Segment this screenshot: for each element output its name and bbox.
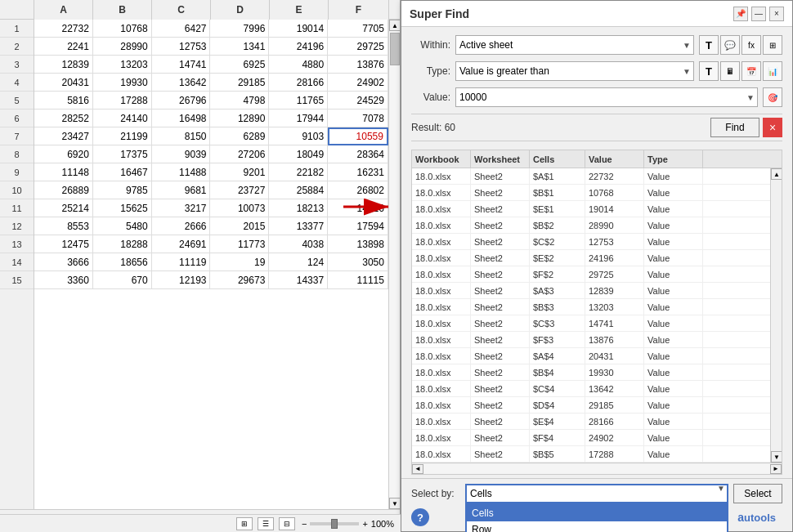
cell-6-1[interactable]: 28252 [34,110,93,127]
cell-13-6[interactable]: 13898 [328,235,388,253]
status-icon-grid[interactable]: ⊞ [236,517,253,530]
cell-9-3[interactable]: 11488 [152,163,211,181]
formula-icon[interactable]: fx [741,35,761,55]
cell-14-1[interactable]: 3666 [34,253,93,271]
cell-12-4[interactable]: 2015 [210,217,269,235]
cell-4-4[interactable]: 29185 [210,74,269,92]
cell-2-1[interactable]: 2241 [34,38,93,56]
cell-6-6[interactable]: 7078 [328,110,388,127]
value-select[interactable]: 10000 [455,87,758,107]
cell-5-3[interactable]: 26796 [152,92,211,110]
cell-8-2[interactable]: 17375 [93,145,152,163]
cell-6-5[interactable]: 17944 [269,110,328,127]
cell-7-2[interactable]: 21199 [93,127,152,145]
cell-9-1[interactable]: 11148 [34,163,93,181]
cell-3-6[interactable]: 13876 [328,56,388,74]
result-row-3[interactable]: 18.0.xlsxSheet2$B$228990Value [412,217,770,234]
cell-1-1[interactable]: 22732 [34,20,93,38]
cell-1-3[interactable]: 6427 [152,20,211,38]
result-row-11[interactable]: 18.0.xlsxSheet2$A$420431Value [412,348,770,364]
cell-6-4[interactable]: 12890 [210,110,269,127]
cell-12-1[interactable]: 8553 [34,217,93,235]
cell-2-5[interactable]: 24196 [269,38,328,56]
cell-10-5[interactable]: 25884 [269,181,328,199]
type-extra-icon[interactable]: 📊 [763,61,782,81]
cell-13-2[interactable]: 18288 [93,235,152,253]
find-button[interactable]: Find [710,118,759,137]
cell-7-1[interactable]: 23427 [34,127,93,145]
cell-11-4[interactable]: 10073 [210,199,269,217]
value-pick-icon[interactable]: 🎯 [763,87,782,107]
cell-3-3[interactable]: 14741 [152,56,211,74]
cell-15-2[interactable]: 670 [93,271,152,289]
results-hscrollbar[interactable]: ◄ ► [412,463,782,474]
cell-4-1[interactable]: 20431 [34,74,93,92]
result-row-7[interactable]: 18.0.xlsxSheet2$A$312839Value [412,283,770,299]
result-row-16[interactable]: 18.0.xlsxSheet2$F$424902Value [412,430,770,446]
cell-3-2[interactable]: 13203 [93,56,152,74]
cell-3-1[interactable]: 12839 [34,56,93,74]
type-select[interactable]: Value is greater than [455,61,694,81]
cell-2-6[interactable]: 29725 [328,38,388,56]
hscroll-right[interactable]: ► [770,464,782,474]
cell-2-4[interactable]: 1341 [210,38,269,56]
cell-10-3[interactable]: 9681 [152,181,211,199]
cell-15-4[interactable]: 29673 [210,271,269,289]
cell-15-5[interactable]: 14337 [269,271,328,289]
cell-5-6[interactable]: 24529 [328,92,388,110]
dialog-window-controls[interactable]: 📌 — × [733,7,784,21]
cell-4-6[interactable]: 24902 [328,74,388,92]
cell-13-3[interactable]: 24691 [152,235,211,253]
type-calc-icon[interactable]: 🖩 [720,61,740,81]
cell-9-4[interactable]: 9201 [210,163,269,181]
cell-1-4[interactable]: 7996 [210,20,269,38]
cell-1-2[interactable]: 10768 [93,20,152,38]
cell-11-1[interactable]: 25214 [34,199,93,217]
cell-14-2[interactable]: 18656 [93,253,152,271]
dropdown-item-cells[interactable]: Cells [467,505,727,521]
cell-2-2[interactable]: 28990 [93,38,152,56]
sheet-grid[interactable]: 2273210768642779961901477052241289901275… [34,20,388,509]
close-results-button[interactable]: × [763,118,782,137]
cell-12-2[interactable]: 5480 [93,217,152,235]
cell-8-3[interactable]: 9039 [152,145,211,163]
cell-13-5[interactable]: 4038 [269,235,328,253]
type-date-icon[interactable]: 📅 [741,61,761,81]
status-icon-split[interactable]: ⊟ [279,517,295,530]
cell-10-4[interactable]: 23727 [210,181,269,199]
cell-12-3[interactable]: 2666 [152,217,211,235]
cell-10-2[interactable]: 9785 [93,181,152,199]
results-scroll-down[interactable]: ▼ [771,451,782,463]
result-row-5[interactable]: 18.0.xlsxSheet2$E$224196Value [412,250,770,266]
vertical-scrollbar[interactable]: ▲ ▼ [388,20,400,509]
cell-9-2[interactable]: 16467 [93,163,152,181]
cell-7-6[interactable]: 10559 [328,127,388,145]
cell-12-5[interactable]: 13377 [269,217,328,235]
cell-5-5[interactable]: 11765 [269,92,328,110]
hscroll-left[interactable]: ◄ [412,464,423,474]
cell-7-4[interactable]: 6289 [210,127,269,145]
scroll-down-btn[interactable]: ▼ [389,498,400,509]
cell-4-2[interactable]: 19930 [93,74,152,92]
cell-15-1[interactable]: 3360 [34,271,93,289]
zoom-slider[interactable] [310,522,359,525]
cell-15-6[interactable]: 11115 [328,271,388,289]
cell-5-2[interactable]: 17288 [93,92,152,110]
close-dialog-button[interactable]: × [769,7,784,21]
cell-1-6[interactable]: 7705 [328,20,388,38]
result-row-1[interactable]: 18.0.xlsxSheet2$B$110768Value [412,185,770,201]
grid-icon[interactable]: ⊞ [763,35,782,55]
cell-8-5[interactable]: 18049 [269,145,328,163]
minimize-button[interactable]: — [751,7,766,21]
cell-5-1[interactable]: 5816 [34,92,93,110]
cell-4-3[interactable]: 13642 [152,74,211,92]
comment-icon[interactable]: 💬 [720,35,740,55]
result-row-12[interactable]: 18.0.xlsxSheet2$B$419930Value [412,364,770,381]
cell-3-4[interactable]: 6925 [210,56,269,74]
result-row-8[interactable]: 18.0.xlsxSheet2$B$313203Value [412,299,770,315]
scroll-thumb[interactable] [390,33,400,65]
result-row-17[interactable]: 18.0.xlsxSheet2$B$517288Value [412,446,770,463]
zoom-minus[interactable]: − [302,519,307,529]
result-row-10[interactable]: 18.0.xlsxSheet2$F$313876Value [412,332,770,348]
results-table[interactable]: 18.0.xlsxSheet2$A$122732Value18.0.xlsxSh… [412,168,770,463]
